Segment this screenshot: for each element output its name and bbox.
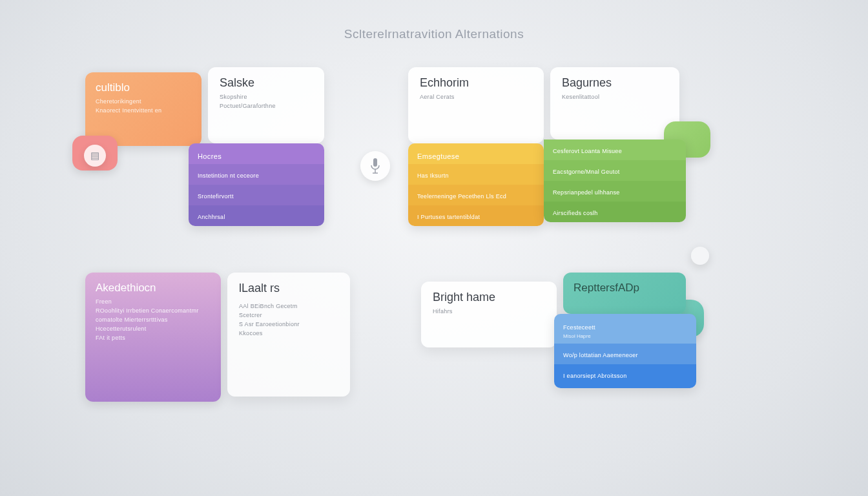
list-item: Has Iksurtn	[408, 164, 544, 185]
card-subtext: Cheretorikingent	[96, 98, 191, 105]
card-laaltrs[interactable]: lLaalt rs AAl BEiBnch Gecetm Scetcrer S …	[227, 273, 350, 397]
list-item: Wo/p lottatian Aaemeneoer	[554, 344, 696, 364]
microphone-icon	[360, 151, 390, 181]
list-item: Fcesteceett Misol Hapre	[554, 314, 696, 344]
card-subtext: Kesenlitattool	[562, 94, 668, 100]
card-line: Knaorect Inentvittent en	[96, 107, 191, 114]
card-label: Bright hame	[433, 291, 545, 304]
card-akedethiocn[interactable]: Akedethiocn Freen ROoohlityi Irrbetien C…	[85, 273, 221, 402]
card-label: RepttersfADp	[574, 282, 676, 294]
card-repttersfadp[interactable]: RepttersfADp	[563, 273, 686, 314]
stack-header: Hocres	[189, 143, 324, 164]
list-item: Anchhrsal	[189, 205, 324, 226]
list-item: I eanorsiept Abroitsson	[554, 364, 696, 388]
card-line: FAt it petts	[96, 335, 211, 341]
list-item: Repsrianpedel ulhhanse	[544, 181, 686, 202]
list-item: Instetintion nt ceceore	[189, 164, 324, 185]
card-line: AAl BEiBnch Gecetm	[239, 303, 338, 309]
card-line: comatolte Mierterrsrtttivas	[96, 316, 211, 323]
card-subtext: Aeral Cerats	[420, 94, 532, 100]
card-subtext: Hifahrs	[433, 308, 545, 315]
page-title: Sclterelrnatravition Alternations	[344, 27, 524, 41]
card-subtext: Freen	[96, 298, 211, 305]
list-item: Cesferovt Loanta Misuee	[544, 140, 686, 160]
stack-emsegtuese[interactable]: Emsegtuese Has Iksurtn Teelerneninge Pec…	[408, 143, 544, 226]
card-label: Salske	[220, 76, 313, 90]
card-label: Akedethiocn	[96, 282, 211, 294]
card-line: S Asr Earoeetionbionr	[239, 321, 338, 327]
list-item: Srontefirvortt	[189, 185, 324, 205]
list-item: Teelerneninge Pecethen Lls Ecd	[408, 185, 544, 205]
card-line: Poctuet/Garaforthne	[220, 103, 313, 109]
card-line: Hcecetterutsrulent	[96, 326, 211, 332]
list-item: Eacstgorne/Mnal Geutot	[544, 160, 686, 181]
stack-right[interactable]: Cesferovt Loanta Misuee Eacstgorne/Mnal …	[544, 140, 686, 222]
card-label: lLaalt rs	[239, 282, 338, 295]
svg-rect-0	[373, 158, 377, 167]
window-icon: ▤	[84, 145, 106, 167]
card-line: ROoohlityi Irrbetien Conaercomantmr	[96, 307, 211, 314]
card-echhorim[interactable]: Echhorim Aeral Cerats	[408, 67, 544, 143]
card-subtext: Skopshire	[220, 94, 313, 100]
card-label: Echhorim	[420, 76, 532, 90]
card-bagurnes[interactable]: Bagurnes Kesenlitattool	[550, 67, 679, 140]
card-line: Kkocoes	[239, 330, 338, 336]
card-salske[interactable]: Salske Skopshire Poctuet/Garaforthne	[208, 67, 324, 143]
card-label: cultiblo	[96, 81, 191, 94]
list-item: Airscifieds coslh	[544, 202, 686, 222]
card-label: Bagurnes	[562, 76, 668, 90]
stack-hocres[interactable]: Hocres Instetintion nt ceceore Srontefir…	[189, 143, 324, 226]
card-cultiblo[interactable]: cultiblo Cheretorikingent Knaorect Inent…	[85, 72, 202, 146]
card-line: Scetcrer	[239, 312, 338, 318]
stack-header: Emsegtuese	[408, 143, 544, 164]
list-item: I Purtuses tartentibldat	[408, 205, 544, 226]
bubble-accent	[691, 247, 709, 265]
card-brighthame[interactable]: Bright hame Hifahrs	[421, 282, 557, 347]
card-canvas: cultiblo Cheretorikingent Knaorect Inent…	[59, 67, 809, 468]
stack-blue[interactable]: Fcesteceett Misol Hapre Wo/p lottatian A…	[554, 314, 696, 388]
